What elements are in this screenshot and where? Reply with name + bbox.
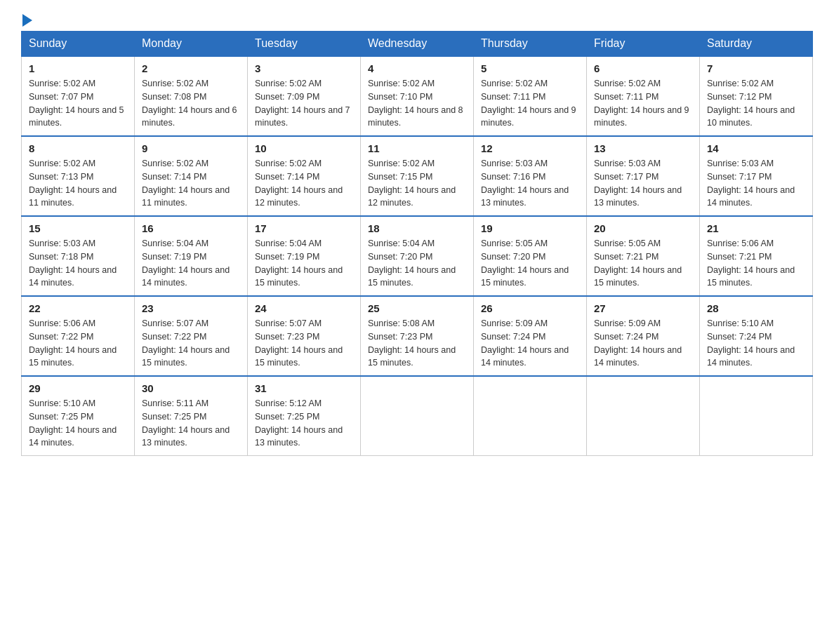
calendar-day-cell: 13 Sunrise: 5:03 AM Sunset: 7:17 PM Dayl…	[587, 136, 700, 216]
day-info: Sunrise: 5:02 AM Sunset: 7:10 PM Dayligh…	[368, 77, 466, 130]
day-number: 28	[707, 302, 805, 314]
day-number: 9	[142, 142, 240, 154]
calendar-day-cell: 26 Sunrise: 5:09 AM Sunset: 7:24 PM Dayl…	[474, 296, 587, 376]
calendar-day-cell: 12 Sunrise: 5:03 AM Sunset: 7:16 PM Dayl…	[474, 136, 587, 216]
day-number: 15	[29, 222, 127, 234]
day-info: Sunrise: 5:09 AM Sunset: 7:24 PM Dayligh…	[594, 317, 692, 370]
calendar-day-cell: 8 Sunrise: 5:02 AM Sunset: 7:13 PM Dayli…	[22, 136, 135, 216]
day-info: Sunrise: 5:06 AM Sunset: 7:22 PM Dayligh…	[29, 317, 127, 370]
calendar-week-row: 29 Sunrise: 5:10 AM Sunset: 7:25 PM Dayl…	[22, 376, 813, 456]
calendar-day-cell: 3 Sunrise: 5:02 AM Sunset: 7:09 PM Dayli…	[248, 56, 361, 136]
day-info: Sunrise: 5:02 AM Sunset: 7:14 PM Dayligh…	[142, 157, 240, 210]
weekday-header-monday: Monday	[135, 32, 248, 57]
day-info: Sunrise: 5:03 AM Sunset: 7:18 PM Dayligh…	[29, 237, 127, 290]
calendar-day-cell: 25 Sunrise: 5:08 AM Sunset: 7:23 PM Dayl…	[361, 296, 474, 376]
day-number: 23	[142, 302, 240, 314]
day-number: 7	[707, 62, 805, 74]
logo	[21, 14, 32, 24]
weekday-header-friday: Friday	[587, 32, 700, 57]
day-info: Sunrise: 5:02 AM Sunset: 7:11 PM Dayligh…	[594, 77, 692, 130]
calendar-day-cell: 21 Sunrise: 5:06 AM Sunset: 7:21 PM Dayl…	[700, 216, 813, 296]
day-info: Sunrise: 5:10 AM Sunset: 7:25 PM Dayligh…	[29, 397, 127, 450]
day-info: Sunrise: 5:07 AM Sunset: 7:22 PM Dayligh…	[142, 317, 240, 370]
calendar-day-cell: 4 Sunrise: 5:02 AM Sunset: 7:10 PM Dayli…	[361, 56, 474, 136]
day-info: Sunrise: 5:02 AM Sunset: 7:11 PM Dayligh…	[481, 77, 579, 130]
day-number: 20	[594, 222, 692, 234]
calendar-day-cell: 16 Sunrise: 5:04 AM Sunset: 7:19 PM Dayl…	[135, 216, 248, 296]
calendar-day-cell	[474, 376, 587, 456]
day-info: Sunrise: 5:05 AM Sunset: 7:21 PM Dayligh…	[594, 237, 692, 290]
calendar-day-cell: 9 Sunrise: 5:02 AM Sunset: 7:14 PM Dayli…	[135, 136, 248, 216]
day-number: 3	[255, 62, 353, 74]
calendar-day-cell: 19 Sunrise: 5:05 AM Sunset: 7:20 PM Dayl…	[474, 216, 587, 296]
day-number: 27	[594, 302, 692, 314]
day-info: Sunrise: 5:02 AM Sunset: 7:14 PM Dayligh…	[255, 157, 353, 210]
logo-arrow-icon	[22, 14, 32, 27]
day-info: Sunrise: 5:04 AM Sunset: 7:19 PM Dayligh…	[142, 237, 240, 290]
day-info: Sunrise: 5:11 AM Sunset: 7:25 PM Dayligh…	[142, 397, 240, 450]
weekday-header-row: SundayMondayTuesdayWednesdayThursdayFrid…	[22, 32, 813, 57]
day-info: Sunrise: 5:09 AM Sunset: 7:24 PM Dayligh…	[481, 317, 579, 370]
calendar-day-cell: 17 Sunrise: 5:04 AM Sunset: 7:19 PM Dayl…	[248, 216, 361, 296]
day-number: 10	[255, 142, 353, 154]
day-number: 13	[594, 142, 692, 154]
day-number: 1	[29, 62, 127, 74]
day-number: 19	[481, 222, 579, 234]
day-info: Sunrise: 5:02 AM Sunset: 7:12 PM Dayligh…	[707, 77, 805, 130]
calendar-day-cell: 20 Sunrise: 5:05 AM Sunset: 7:21 PM Dayl…	[587, 216, 700, 296]
calendar-day-cell: 14 Sunrise: 5:03 AM Sunset: 7:17 PM Dayl…	[700, 136, 813, 216]
calendar-day-cell: 10 Sunrise: 5:02 AM Sunset: 7:14 PM Dayl…	[248, 136, 361, 216]
day-number: 29	[29, 382, 127, 394]
day-number: 18	[368, 222, 466, 234]
weekday-header-wednesday: Wednesday	[361, 32, 474, 57]
calendar-day-cell: 23 Sunrise: 5:07 AM Sunset: 7:22 PM Dayl…	[135, 296, 248, 376]
day-info: Sunrise: 5:02 AM Sunset: 7:13 PM Dayligh…	[29, 157, 127, 210]
weekday-header-sunday: Sunday	[22, 32, 135, 57]
day-info: Sunrise: 5:03 AM Sunset: 7:17 PM Dayligh…	[707, 157, 805, 210]
day-info: Sunrise: 5:04 AM Sunset: 7:19 PM Dayligh…	[255, 237, 353, 290]
calendar-day-cell: 24 Sunrise: 5:07 AM Sunset: 7:23 PM Dayl…	[248, 296, 361, 376]
day-number: 24	[255, 302, 353, 314]
calendar-day-cell	[361, 376, 474, 456]
day-info: Sunrise: 5:02 AM Sunset: 7:08 PM Dayligh…	[142, 77, 240, 130]
calendar-day-cell: 2 Sunrise: 5:02 AM Sunset: 7:08 PM Dayli…	[135, 56, 248, 136]
calendar-day-cell: 30 Sunrise: 5:11 AM Sunset: 7:25 PM Dayl…	[135, 376, 248, 456]
day-number: 5	[481, 62, 579, 74]
day-info: Sunrise: 5:06 AM Sunset: 7:21 PM Dayligh…	[707, 237, 805, 290]
calendar-header: SundayMondayTuesdayWednesdayThursdayFrid…	[22, 32, 813, 57]
day-info: Sunrise: 5:02 AM Sunset: 7:09 PM Dayligh…	[255, 77, 353, 130]
weekday-header-tuesday: Tuesday	[248, 32, 361, 57]
calendar-day-cell: 27 Sunrise: 5:09 AM Sunset: 7:24 PM Dayl…	[587, 296, 700, 376]
day-number: 16	[142, 222, 240, 234]
calendar-day-cell: 1 Sunrise: 5:02 AM Sunset: 7:07 PM Dayli…	[22, 56, 135, 136]
calendar-week-row: 15 Sunrise: 5:03 AM Sunset: 7:18 PM Dayl…	[22, 216, 813, 296]
day-info: Sunrise: 5:07 AM Sunset: 7:23 PM Dayligh…	[255, 317, 353, 370]
calendar-week-row: 22 Sunrise: 5:06 AM Sunset: 7:22 PM Dayl…	[22, 296, 813, 376]
calendar-day-cell: 15 Sunrise: 5:03 AM Sunset: 7:18 PM Dayl…	[22, 216, 135, 296]
day-number: 30	[142, 382, 240, 394]
day-number: 17	[255, 222, 353, 234]
calendar-day-cell: 6 Sunrise: 5:02 AM Sunset: 7:11 PM Dayli…	[587, 56, 700, 136]
day-number: 14	[707, 142, 805, 154]
day-info: Sunrise: 5:12 AM Sunset: 7:25 PM Dayligh…	[255, 397, 353, 450]
calendar-week-row: 8 Sunrise: 5:02 AM Sunset: 7:13 PM Dayli…	[22, 136, 813, 216]
day-info: Sunrise: 5:05 AM Sunset: 7:20 PM Dayligh…	[481, 237, 579, 290]
calendar-table: SundayMondayTuesdayWednesdayThursdayFrid…	[21, 31, 813, 456]
day-number: 6	[594, 62, 692, 74]
calendar-day-cell: 18 Sunrise: 5:04 AM Sunset: 7:20 PM Dayl…	[361, 216, 474, 296]
day-number: 26	[481, 302, 579, 314]
day-info: Sunrise: 5:03 AM Sunset: 7:17 PM Dayligh…	[594, 157, 692, 210]
calendar-day-cell: 7 Sunrise: 5:02 AM Sunset: 7:12 PM Dayli…	[700, 56, 813, 136]
day-info: Sunrise: 5:04 AM Sunset: 7:20 PM Dayligh…	[368, 237, 466, 290]
day-number: 11	[368, 142, 466, 154]
day-number: 12	[481, 142, 579, 154]
day-info: Sunrise: 5:02 AM Sunset: 7:15 PM Dayligh…	[368, 157, 466, 210]
calendar-day-cell	[587, 376, 700, 456]
day-number: 21	[707, 222, 805, 234]
weekday-header-saturday: Saturday	[700, 32, 813, 57]
day-info: Sunrise: 5:08 AM Sunset: 7:23 PM Dayligh…	[368, 317, 466, 370]
calendar-week-row: 1 Sunrise: 5:02 AM Sunset: 7:07 PM Dayli…	[22, 56, 813, 136]
day-number: 22	[29, 302, 127, 314]
day-number: 2	[142, 62, 240, 74]
weekday-header-thursday: Thursday	[474, 32, 587, 57]
